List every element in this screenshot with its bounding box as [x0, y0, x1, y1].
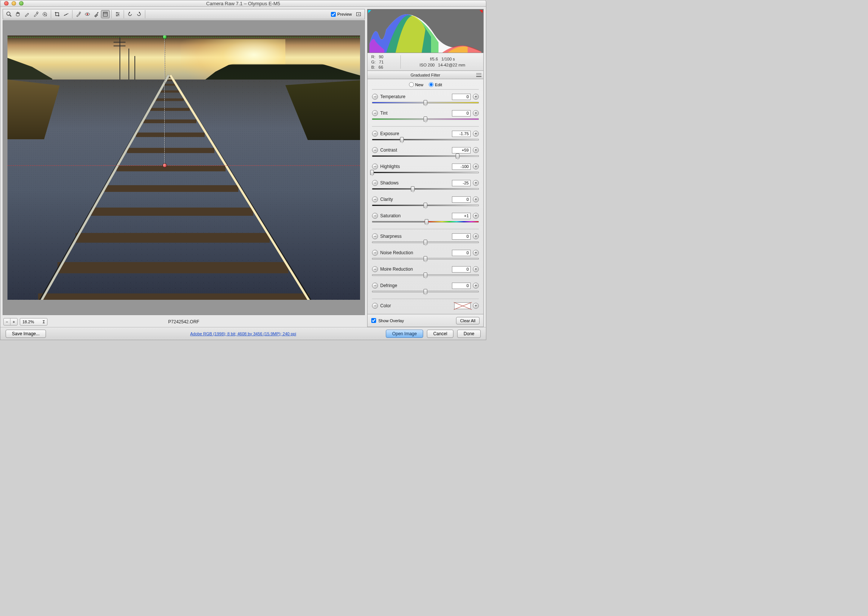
saturation-slider[interactable] — [372, 220, 479, 224]
graduated-filter-tool[interactable] — [101, 10, 110, 18]
temperature-minus-button[interactable] — [372, 94, 378, 100]
noise-minus-button[interactable] — [372, 250, 378, 256]
zoom-tool[interactable] — [5, 10, 13, 18]
clarity-minus-button[interactable] — [372, 196, 378, 202]
show-overlay-checkbox[interactable] — [371, 318, 376, 323]
workflow-options-link[interactable]: Adobe RGB (1998); 8 bit; 4608 by 3456 (1… — [190, 332, 296, 336]
exposure-slider[interactable] — [372, 138, 479, 141]
temperature-slider[interactable] — [372, 101, 479, 105]
preferences-button[interactable] — [113, 10, 122, 18]
adjustment-brush-tool[interactable] — [92, 10, 101, 18]
contrast-minus-button[interactable] — [372, 147, 378, 153]
highlights-slider[interactable] — [372, 171, 479, 174]
grad-filter-start-line[interactable] — [8, 37, 360, 37]
svg-point-0 — [7, 12, 10, 15]
saturation-plus-button[interactable] — [473, 213, 479, 219]
preview-checkbox[interactable]: Preview — [331, 12, 352, 17]
sharpness-minus-button[interactable] — [372, 233, 378, 239]
highlights-label: Highlights — [378, 164, 452, 169]
histogram[interactable] — [367, 9, 484, 53]
tint-slider[interactable] — [372, 117, 479, 121]
noise-plus-button[interactable] — [473, 250, 479, 256]
temperature-plus-button[interactable] — [473, 94, 479, 100]
shadows-value-input[interactable] — [452, 180, 470, 186]
contrast-value-input[interactable] — [452, 147, 470, 154]
svg-point-13 — [116, 12, 118, 13]
highlights-minus-button[interactable] — [372, 163, 378, 170]
mode-new-radio[interactable]: New — [409, 82, 423, 87]
color-sampler-tool[interactable] — [31, 10, 40, 18]
noise-slider[interactable] — [372, 257, 479, 261]
shadows-slider[interactable] — [372, 187, 479, 191]
exposure-minus-button[interactable] — [372, 130, 378, 137]
shadows-plus-button[interactable] — [473, 180, 479, 186]
exposure-value-input[interactable] — [452, 130, 470, 137]
moire-plus-button[interactable] — [473, 266, 479, 272]
exposure-plus-button[interactable] — [473, 130, 479, 137]
saturation-minus-button[interactable] — [372, 213, 378, 219]
clarity-slider[interactable] — [372, 203, 479, 207]
moire-minus-button[interactable] — [372, 266, 378, 272]
hand-tool[interactable] — [13, 10, 22, 18]
panel-title: Graduated Filter — [367, 71, 484, 79]
white-balance-tool[interactable] — [22, 10, 31, 18]
shadow-clipping-indicator[interactable] — [368, 10, 371, 13]
highlights-plus-button[interactable] — [473, 163, 479, 170]
clarity-plus-button[interactable] — [473, 196, 479, 202]
show-overlay-label: Show Overlay — [378, 319, 404, 323]
clarity-label: Clarity — [378, 197, 452, 202]
moire-value-input[interactable] — [452, 266, 470, 272]
color-plus-button[interactable] — [473, 303, 479, 309]
color-label: Color — [378, 303, 454, 308]
grad-filter-end-handle[interactable] — [162, 163, 167, 168]
filename-label: P7242542.ORF — [3, 319, 365, 324]
tint-value-input[interactable] — [452, 110, 470, 116]
temperature-value-input[interactable] — [452, 94, 470, 100]
sharpness-slider[interactable] — [372, 240, 479, 244]
tint-label: Tint — [378, 110, 452, 116]
noise-value-input[interactable] — [452, 250, 470, 256]
tint-minus-button[interactable] — [372, 110, 378, 116]
footer: Save Image... Adobe RGB (1998); 8 bit; 4… — [0, 327, 486, 340]
grad-filter-axis-shadow — [165, 37, 165, 165]
rotate-cw-button[interactable] — [134, 10, 143, 18]
color-swatch[interactable] — [454, 302, 470, 309]
grad-filter-axis[interactable] — [164, 37, 165, 165]
color-minus-button[interactable] — [372, 303, 378, 309]
defringe-slider[interactable] — [372, 290, 479, 294]
moire-slider[interactable] — [372, 273, 479, 277]
highlights-value-input[interactable] — [452, 163, 470, 170]
image-canvas[interactable] — [8, 36, 360, 300]
clarity-value-input[interactable] — [452, 196, 470, 203]
clear-all-button[interactable]: Clear All — [456, 317, 480, 324]
defringe-plus-button[interactable] — [473, 283, 479, 289]
saturation-value-input[interactable] — [452, 213, 470, 219]
svg-line-1 — [10, 15, 11, 16]
grad-filter-end-line[interactable] — [8, 165, 360, 166]
highlight-clipping-indicator[interactable] — [480, 10, 483, 13]
defringe-minus-button[interactable] — [372, 283, 378, 289]
targeted-adjustment-tool[interactable] — [40, 10, 49, 18]
mode-edit-radio[interactable]: Edit — [429, 82, 442, 87]
sharpness-plus-button[interactable] — [473, 233, 479, 239]
shadows-minus-button[interactable] — [372, 180, 378, 186]
straighten-tool[interactable] — [61, 10, 71, 18]
panel-menu-button[interactable] — [476, 73, 481, 77]
contrast-slider[interactable] — [372, 154, 479, 158]
preview-checkbox-input[interactable] — [331, 12, 336, 17]
toggle-fullscreen-button[interactable] — [354, 10, 363, 18]
crop-tool[interactable] — [53, 10, 61, 18]
svg-point-7 — [86, 13, 88, 15]
contrast-plus-button[interactable] — [473, 147, 479, 153]
tint-plus-button[interactable] — [473, 110, 479, 116]
rotate-ccw-button[interactable] — [126, 10, 134, 18]
window-title: Camera Raw 7.1 – Olympus E-M5 — [0, 1, 486, 6]
spot-removal-tool[interactable] — [74, 10, 83, 18]
exposure-label: Exposure — [378, 131, 452, 136]
defringe-value-input[interactable] — [452, 283, 470, 289]
red-eye-tool[interactable] — [83, 10, 92, 18]
sharpness-value-input[interactable] — [452, 233, 470, 240]
moire-label: Moire Reduction — [378, 267, 452, 272]
toolbar: Preview — [3, 9, 365, 19]
image-preview-area[interactable] — [3, 20, 365, 315]
